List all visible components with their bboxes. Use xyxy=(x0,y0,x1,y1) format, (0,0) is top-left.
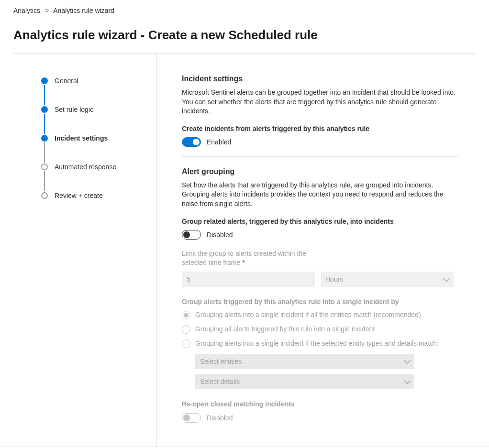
radio-icon xyxy=(182,339,190,348)
incident-settings-heading: Incident settings xyxy=(182,75,457,83)
radio-label: Grouping alerts into a single incident i… xyxy=(195,339,439,349)
group-by-radio-2[interactable]: Grouping alerts into a single incident i… xyxy=(182,339,457,349)
wizard-content: Incident settings Microsoft Sentinel ale… xyxy=(157,54,473,447)
chevron-down-icon xyxy=(404,377,411,384)
wizard-step-automated-response[interactable]: Automated response xyxy=(41,163,147,191)
step-connector xyxy=(44,171,45,191)
timeframe-value-input[interactable]: 5 xyxy=(182,272,315,287)
step-connector xyxy=(44,114,45,134)
alert-grouping-heading: Alert grouping xyxy=(182,167,457,176)
timeframe-label: Limit the group to alerts created within… xyxy=(182,249,457,268)
step-connector xyxy=(44,85,45,105)
wizard-step-set-rule-logic[interactable]: Set rule logic xyxy=(41,105,147,134)
divider xyxy=(182,156,457,157)
chevron-down-icon xyxy=(404,357,411,364)
group-related-toggle[interactable] xyxy=(182,230,201,240)
reopen-toggle-state: Disabled xyxy=(207,414,233,422)
wizard-step-incident-settings[interactable]: Incident settings xyxy=(41,134,147,163)
step-dot-icon xyxy=(41,77,48,84)
step-label: Incident settings xyxy=(55,134,108,142)
step-dot-icon xyxy=(41,106,48,113)
radio-icon xyxy=(182,325,190,334)
incident-settings-desc: Microsoft Sentinel alerts can be grouped… xyxy=(182,88,457,116)
page-title: Analytics rule wizard - Create a new Sch… xyxy=(13,28,476,43)
step-dot-icon xyxy=(41,192,48,199)
wizard-step-review-create[interactable]: Review + create xyxy=(41,191,147,200)
alert-grouping-desc: Set how the alerts that are triggered by… xyxy=(182,181,457,209)
group-by-label: Group alerts triggered by this analytics… xyxy=(182,297,457,307)
chevron-down-icon xyxy=(443,275,450,282)
radio-label: Grouping all alerts triggered by this ru… xyxy=(195,325,375,334)
wizard-steps-sidebar: GeneralSet rule logicIncident settingsAu… xyxy=(13,54,157,447)
select-entities-dropdown[interactable]: Select entities xyxy=(195,354,414,369)
breadcrumb-root[interactable]: Analytics xyxy=(13,7,40,14)
select-details-dropdown[interactable]: Select details xyxy=(195,374,414,389)
step-dot-icon xyxy=(41,164,48,170)
step-label: Automated response xyxy=(55,163,116,171)
step-label: Set rule logic xyxy=(55,105,93,114)
group-by-radio-0[interactable]: Grouping alerts into a single incident i… xyxy=(182,310,457,320)
create-incidents-label: Create incidents from alerts triggered b… xyxy=(182,125,457,132)
wizard-step-general[interactable]: General xyxy=(41,76,147,105)
step-label: General xyxy=(55,76,78,85)
group-related-label: Group related alerts, triggered by this … xyxy=(182,218,457,225)
group-by-radio-1[interactable]: Grouping all alerts triggered by this ru… xyxy=(182,325,457,334)
breadcrumb-current: Analytics rule wizard xyxy=(53,7,114,14)
chevron-right-icon: > xyxy=(42,7,52,14)
toggle-knob-icon xyxy=(183,415,190,421)
reopen-toggle[interactable] xyxy=(182,413,201,423)
breadcrumb: Analytics > Analytics rule wizard xyxy=(13,7,476,14)
create-incidents-toggle[interactable] xyxy=(182,137,201,147)
toggle-knob-icon xyxy=(183,231,190,238)
timeframe-unit-select[interactable]: Hours xyxy=(321,272,454,287)
reopen-label: Re-open closed matching incidents xyxy=(182,400,457,409)
create-incidents-toggle-state: Enabled xyxy=(207,138,231,146)
step-label: Review + create xyxy=(55,191,103,200)
toggle-knob-icon xyxy=(193,139,200,145)
step-connector xyxy=(44,142,45,163)
step-dot-icon xyxy=(41,135,48,142)
radio-icon xyxy=(182,311,190,319)
radio-label: Grouping alerts into a single incident i… xyxy=(195,310,421,320)
group-related-toggle-state: Disabled xyxy=(207,231,233,239)
